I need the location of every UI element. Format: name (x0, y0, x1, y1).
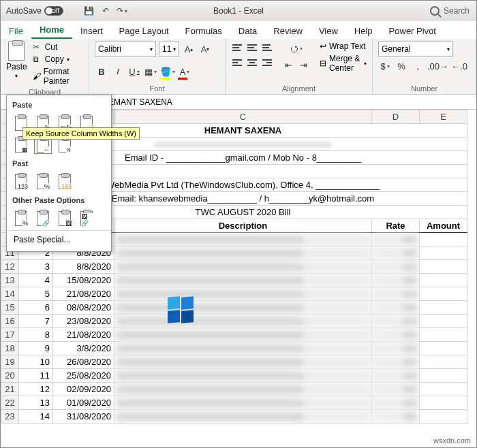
copy-button[interactable]: ⧉Copy▾ (31, 54, 83, 65)
paste-option-picture[interactable]: 🖼 (56, 210, 74, 227)
orientation-icon[interactable]: ⭯ (281, 42, 310, 55)
increase-decimal-icon[interactable]: .00→ (427, 59, 448, 73)
row-header[interactable]: 13 (1, 274, 19, 287)
cell-srno[interactable]: 10 (19, 355, 53, 369)
align-center-icon[interactable] (246, 57, 258, 69)
paste-button[interactable]: Paste ▾ (6, 42, 27, 79)
cell-amount[interactable] (420, 315, 467, 328)
cell-srno[interactable]: 12 (19, 383, 53, 396)
cell-date[interactable]: 23/08/2020 (53, 315, 114, 328)
cell-rate[interactable]: xxx (372, 355, 420, 369)
cell-desc[interactable]: xxxxxxxxxxxxxxxxxxxxxxxxxxxxxxxxxxxxxxxx… (114, 233, 372, 246)
tab-insert[interactable]: Insert (72, 23, 111, 39)
cell-date[interactable]: 25/08/2020 (53, 369, 114, 383)
cell-date[interactable]: 8/8/2020 (53, 260, 114, 274)
cell-amount[interactable] (420, 246, 467, 260)
cell-date[interactable]: 31/08/2020 (53, 410, 114, 423)
paste-option-values-source[interactable]: 123 (56, 173, 74, 191)
row-header[interactable]: 14 (1, 287, 19, 301)
cell-date[interactable]: 15/08/2020 (53, 274, 114, 287)
cell-amount[interactable] (420, 287, 467, 301)
cell-rate[interactable]: xxx (372, 396, 420, 410)
tab-view[interactable]: View (311, 23, 346, 39)
borders-button[interactable]: ▦ (144, 65, 157, 78)
row-header[interactable]: 23 (1, 410, 19, 423)
format-painter-button[interactable]: 🖌Format Painter (31, 66, 83, 86)
undo-icon[interactable]: ↶ (100, 5, 111, 16)
cell-desc[interactable]: xxxxxxxxxxxxxxxxxxxxxxxxxxxxxxxxxxxxxxxx… (114, 328, 372, 342)
cell-desc[interactable]: xxxxxxxxxxxxxxxxxxxxxxxxxxxxxxxxxxxxxxxx… (114, 410, 372, 423)
tab-file[interactable]: File (1, 23, 31, 39)
tab-home[interactable]: Home (31, 22, 72, 39)
cell-rate[interactable]: xxx (372, 287, 420, 301)
cell-rate[interactable]: xxx (372, 315, 420, 328)
cell-date[interactable]: 21/08/2020 (53, 328, 114, 342)
cell-amount[interactable] (420, 274, 467, 287)
cell-date[interactable]: 02/09/2020 (53, 383, 114, 396)
autosave-toggle[interactable]: AutoSave Off (1, 6, 80, 16)
cell-rate[interactable]: xxx (372, 274, 420, 287)
paste-option-values-number[interactable]: % (34, 173, 52, 191)
cell-srno[interactable]: 3 (19, 260, 53, 274)
cell-srno[interactable]: 5 (19, 287, 53, 301)
save-icon[interactable]: 💾 (84, 5, 95, 16)
col-header-c[interactable]: C (114, 110, 372, 124)
increase-font-icon[interactable]: A▴ (182, 42, 196, 56)
increase-indent-icon[interactable]: ⇥ (296, 58, 310, 71)
cell-rate[interactable]: xxx (372, 233, 420, 246)
cell-date[interactable]: 3/8/2020 (53, 342, 114, 355)
cell-srno[interactable]: 11 (19, 369, 53, 383)
cell-date[interactable]: 26/08/2020 (53, 355, 114, 369)
decrease-indent-icon[interactable]: ⇤ (281, 58, 295, 71)
cell-srno[interactable]: 13 (19, 396, 53, 410)
cell-rate[interactable]: xxx (372, 369, 420, 383)
merge-center-button[interactable]: ⊟Merge & Center▾ (320, 54, 367, 73)
cell-desc[interactable]: xxxxxxxxxxxxxxxxxxxxxxxxxxxxxxxxxxxxxxxx… (114, 383, 372, 396)
paste-option-formatting[interactable]: % (12, 210, 30, 227)
decrease-decimal-icon[interactable]: ←.0 (451, 59, 467, 73)
align-bottom-icon[interactable] (261, 42, 273, 54)
align-top-icon[interactable] (231, 42, 243, 54)
italic-button[interactable]: I (111, 65, 125, 78)
search-box[interactable]: Search (423, 6, 476, 16)
hdr-amount[interactable]: Amount (420, 219, 467, 233)
row-header[interactable]: 17 (1, 328, 19, 342)
font-size-combo[interactable]: 11▾ (159, 42, 179, 57)
cell-amount[interactable] (420, 328, 467, 342)
cell-amount[interactable] (420, 383, 467, 396)
cell-srno[interactable]: 9 (19, 342, 53, 355)
cell-date[interactable]: 01/09/2020 (53, 396, 114, 410)
row-header[interactable]: 18 (1, 342, 19, 355)
cell-amount[interactable] (420, 410, 467, 423)
tab-review[interactable]: Review (265, 23, 311, 39)
hdr-rate[interactable]: Rate (372, 219, 420, 233)
cell-desc[interactable]: xxxxxxxxxxxxxxxxxxxxxxxxxxxxxxxxxxxxxxxx… (114, 342, 372, 355)
accounting-format-icon[interactable]: $ (378, 59, 392, 73)
redo-icon[interactable]: ↷ (117, 5, 127, 16)
col-header-d[interactable]: D (372, 110, 420, 124)
comma-format-icon[interactable]: , (411, 59, 425, 73)
cell-amount[interactable] (420, 260, 467, 274)
cell-desc[interactable]: xxxxxxxxxxxxxxxxxxxxxxxxxxxxxxxxxxxxxxxx… (114, 315, 372, 328)
align-right-icon[interactable] (261, 57, 273, 69)
cell-amount[interactable] (420, 369, 467, 383)
font-color-button[interactable]: A (178, 65, 191, 78)
hdr-desc[interactable]: Description (114, 219, 372, 233)
cell-desc[interactable]: xxxxxxxxxxxxxxxxxxxxxxxxxxxxxxxxxxxxxxxx… (114, 301, 372, 315)
cell-amount[interactable] (420, 396, 467, 410)
row-header[interactable]: 19 (1, 355, 19, 369)
paste-special-item[interactable]: Paste Special... (7, 230, 111, 249)
font-name-combo[interactable]: Calibri▾ (95, 42, 156, 57)
tab-data[interactable]: Data (230, 23, 265, 39)
cell-srno[interactable]: 14 (19, 410, 53, 423)
underline-button[interactable]: U (127, 65, 141, 78)
fill-color-button[interactable]: 🪣 (160, 65, 175, 78)
align-left-icon[interactable] (231, 57, 243, 69)
decrease-font-icon[interactable]: A▾ (198, 42, 212, 56)
cell-date[interactable]: 08/08/2020 (53, 301, 114, 315)
tab-help[interactable]: Help (346, 23, 381, 39)
tab-page-layout[interactable]: Page Layout (111, 23, 177, 39)
tab-formulas[interactable]: Formulas (177, 23, 230, 39)
cell-rate[interactable]: xxx (372, 328, 420, 342)
cell-srno[interactable]: 7 (19, 315, 53, 328)
